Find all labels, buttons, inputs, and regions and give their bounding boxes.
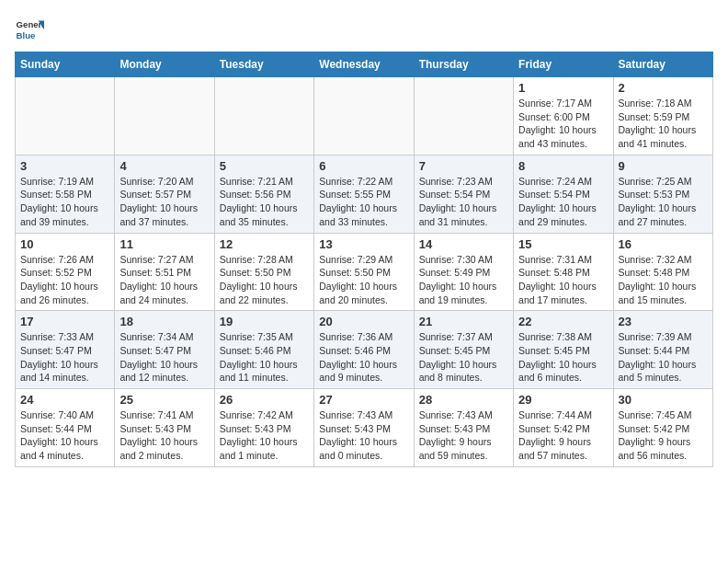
day-number: 8 bbox=[518, 159, 608, 173]
day-number: 3 bbox=[20, 159, 109, 173]
day-number: 18 bbox=[119, 315, 209, 328]
day-number: 10 bbox=[20, 237, 109, 251]
day-number: 14 bbox=[419, 237, 508, 251]
day-number: 29 bbox=[518, 393, 608, 407]
day-info: Sunrise: 7:23 AM Sunset: 5:54 PM Dayligh… bbox=[419, 175, 508, 229]
day-number: 19 bbox=[220, 315, 309, 328]
day-number: 15 bbox=[518, 237, 608, 251]
day-number: 16 bbox=[619, 237, 708, 251]
day-info: Sunrise: 7:38 AM Sunset: 5:45 PM Dayligh… bbox=[518, 330, 608, 385]
calendar-cell: 15Sunrise: 7:31 AM Sunset: 5:48 PM Dayli… bbox=[514, 233, 613, 311]
calendar-cell: 28Sunrise: 7:43 AM Sunset: 5:43 PM Dayli… bbox=[414, 389, 513, 467]
weekday-header-friday: Friday bbox=[514, 52, 613, 77]
calendar-cell: 7Sunrise: 7:23 AM Sunset: 5:54 PM Daylig… bbox=[414, 155, 513, 233]
day-number: 28 bbox=[419, 393, 508, 407]
weekday-header-saturday: Saturday bbox=[613, 52, 712, 77]
day-number: 2 bbox=[619, 81, 708, 95]
day-info: Sunrise: 7:21 AM Sunset: 5:56 PM Dayligh… bbox=[220, 175, 309, 229]
calendar-cell: 4Sunrise: 7:20 AM Sunset: 5:57 PM Daylig… bbox=[115, 155, 214, 233]
weekday-header-row: SundayMondayTuesdayWednesdayThursdayFrid… bbox=[16, 52, 713, 77]
day-number: 7 bbox=[419, 159, 508, 173]
day-info: Sunrise: 7:19 AM Sunset: 5:58 PM Dayligh… bbox=[20, 175, 109, 229]
calendar-cell bbox=[16, 77, 115, 155]
calendar-cell: 27Sunrise: 7:43 AM Sunset: 5:43 PM Dayli… bbox=[314, 389, 414, 467]
calendar-cell: 5Sunrise: 7:21 AM Sunset: 5:56 PM Daylig… bbox=[214, 155, 313, 233]
calendar-cell: 19Sunrise: 7:35 AM Sunset: 5:46 PM Dayli… bbox=[214, 311, 313, 389]
calendar-cell bbox=[214, 77, 313, 155]
day-info: Sunrise: 7:42 AM Sunset: 5:43 PM Dayligh… bbox=[220, 408, 309, 463]
week-row-3: 10Sunrise: 7:26 AM Sunset: 5:52 PM Dayli… bbox=[16, 233, 713, 311]
day-info: Sunrise: 7:22 AM Sunset: 5:55 PM Dayligh… bbox=[319, 175, 408, 229]
calendar-cell: 16Sunrise: 7:32 AM Sunset: 5:48 PM Dayli… bbox=[613, 233, 712, 311]
day-number: 12 bbox=[220, 237, 309, 251]
day-info: Sunrise: 7:30 AM Sunset: 5:49 PM Dayligh… bbox=[419, 253, 508, 307]
weekday-header-tuesday: Tuesday bbox=[214, 52, 313, 77]
calendar-cell: 6Sunrise: 7:22 AM Sunset: 5:55 PM Daylig… bbox=[314, 155, 414, 233]
day-info: Sunrise: 7:29 AM Sunset: 5:50 PM Dayligh… bbox=[319, 253, 408, 307]
calendar-cell: 29Sunrise: 7:44 AM Sunset: 5:42 PM Dayli… bbox=[514, 389, 613, 467]
day-number: 21 bbox=[419, 315, 508, 328]
day-number: 1 bbox=[518, 81, 608, 95]
day-info: Sunrise: 7:45 AM Sunset: 5:42 PM Dayligh… bbox=[619, 408, 708, 463]
day-number: 20 bbox=[319, 315, 408, 328]
day-number: 22 bbox=[518, 315, 608, 328]
day-info: Sunrise: 7:33 AM Sunset: 5:47 PM Dayligh… bbox=[20, 330, 109, 385]
svg-text:Blue: Blue bbox=[17, 30, 36, 40]
day-number: 23 bbox=[619, 315, 708, 328]
calendar-cell bbox=[414, 77, 513, 155]
calendar-cell: 13Sunrise: 7:29 AM Sunset: 5:50 PM Dayli… bbox=[314, 233, 414, 311]
day-info: Sunrise: 7:40 AM Sunset: 5:44 PM Dayligh… bbox=[20, 408, 109, 463]
page-header: General Blue bbox=[15, 15, 713, 44]
day-number: 4 bbox=[119, 159, 209, 173]
day-number: 17 bbox=[20, 315, 109, 328]
day-info: Sunrise: 7:34 AM Sunset: 5:47 PM Dayligh… bbox=[119, 330, 209, 385]
day-info: Sunrise: 7:43 AM Sunset: 5:43 PM Dayligh… bbox=[419, 408, 508, 463]
calendar-cell: 17Sunrise: 7:33 AM Sunset: 5:47 PM Dayli… bbox=[16, 311, 115, 389]
logo: General Blue bbox=[15, 15, 44, 44]
day-number: 9 bbox=[619, 159, 708, 173]
day-number: 11 bbox=[119, 237, 209, 251]
calendar-cell: 24Sunrise: 7:40 AM Sunset: 5:44 PM Dayli… bbox=[16, 389, 115, 467]
calendar-cell: 22Sunrise: 7:38 AM Sunset: 5:45 PM Dayli… bbox=[514, 311, 613, 389]
calendar-cell: 20Sunrise: 7:36 AM Sunset: 5:46 PM Dayli… bbox=[314, 311, 414, 389]
day-info: Sunrise: 7:43 AM Sunset: 5:43 PM Dayligh… bbox=[319, 408, 408, 463]
day-info: Sunrise: 7:35 AM Sunset: 5:46 PM Dayligh… bbox=[220, 330, 309, 385]
weekday-header-monday: Monday bbox=[115, 52, 214, 77]
day-info: Sunrise: 7:36 AM Sunset: 5:46 PM Dayligh… bbox=[319, 330, 408, 385]
day-info: Sunrise: 7:39 AM Sunset: 5:44 PM Dayligh… bbox=[619, 330, 708, 385]
weekday-header-sunday: Sunday bbox=[16, 52, 115, 77]
day-number: 26 bbox=[220, 393, 309, 407]
calendar-cell: 12Sunrise: 7:28 AM Sunset: 5:50 PM Dayli… bbox=[214, 233, 313, 311]
week-row-4: 17Sunrise: 7:33 AM Sunset: 5:47 PM Dayli… bbox=[16, 311, 713, 389]
day-number: 13 bbox=[319, 237, 408, 251]
calendar-table: SundayMondayTuesdayWednesdayThursdayFrid… bbox=[15, 52, 713, 467]
week-row-5: 24Sunrise: 7:40 AM Sunset: 5:44 PM Dayli… bbox=[16, 389, 713, 467]
calendar-cell: 18Sunrise: 7:34 AM Sunset: 5:47 PM Dayli… bbox=[115, 311, 214, 389]
day-info: Sunrise: 7:28 AM Sunset: 5:50 PM Dayligh… bbox=[220, 253, 309, 307]
calendar-cell bbox=[314, 77, 414, 155]
calendar-cell: 10Sunrise: 7:26 AM Sunset: 5:52 PM Dayli… bbox=[16, 233, 115, 311]
day-info: Sunrise: 7:24 AM Sunset: 5:54 PM Dayligh… bbox=[518, 175, 608, 229]
day-number: 6 bbox=[319, 159, 408, 173]
calendar-cell: 2Sunrise: 7:18 AM Sunset: 5:59 PM Daylig… bbox=[613, 77, 712, 155]
day-info: Sunrise: 7:27 AM Sunset: 5:51 PM Dayligh… bbox=[119, 253, 209, 307]
calendar-cell: 25Sunrise: 7:41 AM Sunset: 5:43 PM Dayli… bbox=[115, 389, 214, 467]
calendar-cell: 3Sunrise: 7:19 AM Sunset: 5:58 PM Daylig… bbox=[16, 155, 115, 233]
day-info: Sunrise: 7:31 AM Sunset: 5:48 PM Dayligh… bbox=[518, 253, 608, 307]
day-info: Sunrise: 7:18 AM Sunset: 5:59 PM Dayligh… bbox=[619, 97, 708, 151]
week-row-2: 3Sunrise: 7:19 AM Sunset: 5:58 PM Daylig… bbox=[16, 155, 713, 233]
calendar-cell: 26Sunrise: 7:42 AM Sunset: 5:43 PM Dayli… bbox=[214, 389, 313, 467]
day-number: 25 bbox=[119, 393, 209, 407]
day-info: Sunrise: 7:41 AM Sunset: 5:43 PM Dayligh… bbox=[119, 408, 209, 463]
calendar-cell: 9Sunrise: 7:25 AM Sunset: 5:53 PM Daylig… bbox=[613, 155, 712, 233]
calendar-cell bbox=[115, 77, 214, 155]
calendar-cell: 8Sunrise: 7:24 AM Sunset: 5:54 PM Daylig… bbox=[514, 155, 613, 233]
day-info: Sunrise: 7:17 AM Sunset: 6:00 PM Dayligh… bbox=[518, 97, 608, 151]
weekday-header-wednesday: Wednesday bbox=[314, 52, 414, 77]
day-number: 5 bbox=[220, 159, 309, 173]
day-info: Sunrise: 7:26 AM Sunset: 5:52 PM Dayligh… bbox=[20, 253, 109, 307]
weekday-header-thursday: Thursday bbox=[414, 52, 513, 77]
day-info: Sunrise: 7:32 AM Sunset: 5:48 PM Dayligh… bbox=[619, 253, 708, 307]
day-number: 30 bbox=[619, 393, 708, 407]
day-info: Sunrise: 7:25 AM Sunset: 5:53 PM Dayligh… bbox=[619, 175, 708, 229]
